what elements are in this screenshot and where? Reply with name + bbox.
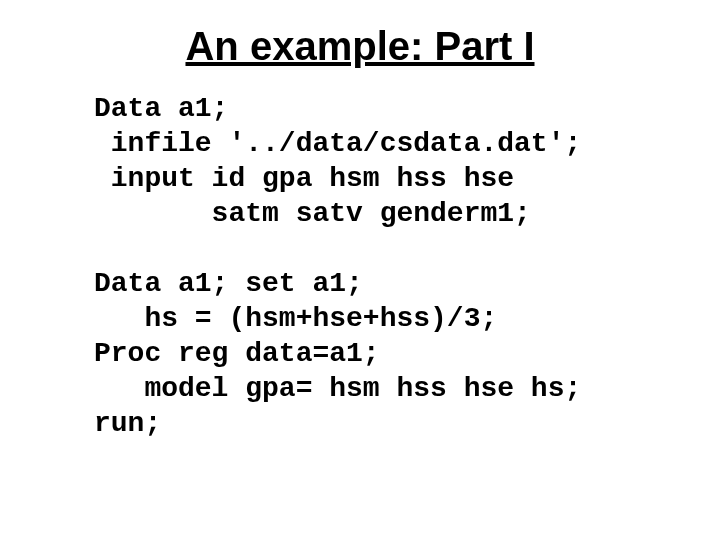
slide: An example: Part I Data a1; infile '../d… bbox=[0, 0, 720, 540]
code-block: Data a1; infile '../data/csdata.dat'; in… bbox=[94, 91, 660, 441]
slide-title: An example: Part I bbox=[60, 24, 660, 69]
